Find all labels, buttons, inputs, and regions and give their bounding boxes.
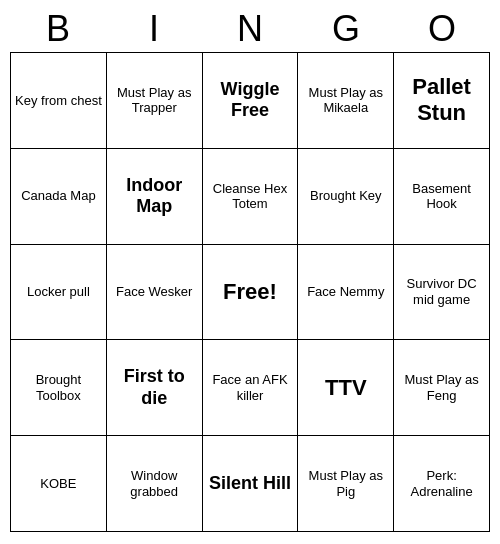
cell-r1-c0[interactable]: Canada Map [11, 149, 107, 245]
bingo-letter-i: I [109, 8, 199, 50]
bingo-grid: Key from chestMust Play as TrapperWiggle… [10, 52, 490, 532]
cell-r3-c3[interactable]: TTV [298, 340, 394, 436]
cell-r4-c4[interactable]: Perk: Adrenaline [394, 436, 490, 532]
cell-r0-c1[interactable]: Must Play as Trapper [107, 53, 203, 149]
cell-r4-c0[interactable]: KOBE [11, 436, 107, 532]
cell-r3-c0[interactable]: Brought Toolbox [11, 340, 107, 436]
bingo-letter-g: G [301, 8, 391, 50]
bingo-header: BINGO [10, 8, 490, 50]
cell-r4-c3[interactable]: Must Play as Pig [298, 436, 394, 532]
cell-r1-c3[interactable]: Brought Key [298, 149, 394, 245]
bingo-letter-n: N [205, 8, 295, 50]
bingo-card: BINGO Key from chestMust Play as Trapper… [10, 8, 490, 532]
cell-r3-c2[interactable]: Face an AFK killer [203, 340, 299, 436]
cell-r0-c0[interactable]: Key from chest [11, 53, 107, 149]
bingo-letter-b: B [13, 8, 103, 50]
cell-r0-c2[interactable]: Wiggle Free [203, 53, 299, 149]
cell-r2-c3[interactable]: Face Nemmy [298, 245, 394, 341]
cell-r2-c0[interactable]: Locker pull [11, 245, 107, 341]
cell-r1-c4[interactable]: Basement Hook [394, 149, 490, 245]
cell-r1-c2[interactable]: Cleanse Hex Totem [203, 149, 299, 245]
cell-r0-c3[interactable]: Must Play as Mikaela [298, 53, 394, 149]
bingo-letter-o: O [397, 8, 487, 50]
cell-r2-c1[interactable]: Face Wesker [107, 245, 203, 341]
cell-r3-c1[interactable]: First to die [107, 340, 203, 436]
cell-r1-c1[interactable]: Indoor Map [107, 149, 203, 245]
cell-r4-c2[interactable]: Silent Hill [203, 436, 299, 532]
cell-r4-c1[interactable]: Window grabbed [107, 436, 203, 532]
cell-r2-c4[interactable]: Survivor DC mid game [394, 245, 490, 341]
cell-r2-c2[interactable]: Free! [203, 245, 299, 341]
cell-r3-c4[interactable]: Must Play as Feng [394, 340, 490, 436]
cell-r0-c4[interactable]: Pallet Stun [394, 53, 490, 149]
